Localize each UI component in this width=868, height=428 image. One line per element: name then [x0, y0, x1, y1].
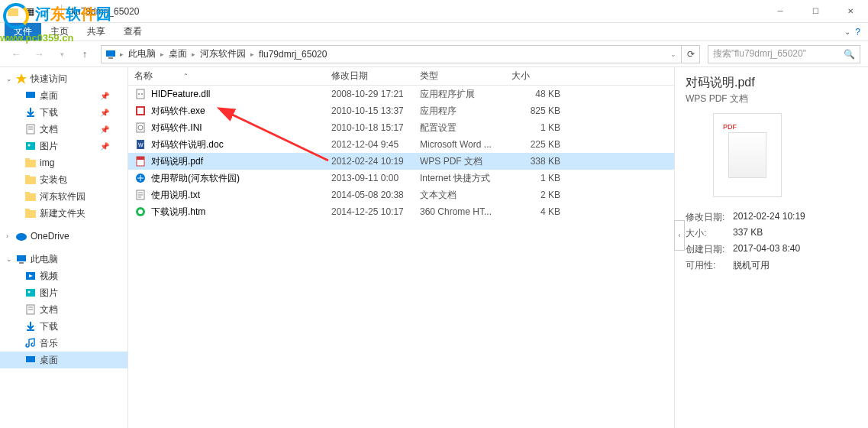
pc-icon — [105, 48, 117, 60]
qat-dropdown-icon[interactable]: ▾ — [40, 5, 53, 18]
file-icon — [134, 105, 147, 117]
file-type: Microsoft Word ... — [414, 139, 505, 150]
svg-rect-2 — [106, 50, 115, 57]
tree-item[interactable]: 新建文件夹 — [0, 205, 127, 222]
properties-icon[interactable]: ▦ — [23, 5, 37, 18]
preview-thumbnail: PDF — [713, 113, 782, 197]
file-list: 名称⌃ 修改日期 类型 大小 HIDFeature.dll 2008-10-29… — [128, 67, 674, 428]
forward-button[interactable]: → — [31, 46, 47, 63]
maximize-button[interactable]: ☐ — [798, 0, 833, 23]
close-button[interactable]: ✕ — [833, 0, 868, 23]
file-row[interactable]: W对码软件说明.doc 2012-12-04 9:45 Microsoft Wo… — [128, 136, 674, 153]
preview-property: 创建日期:2017-04-03 8:40 — [686, 243, 857, 256]
svg-point-31 — [138, 93, 140, 95]
column-type[interactable]: 类型 — [414, 67, 505, 85]
preview-property: 修改日期:2012-02-24 10:19 — [686, 211, 857, 224]
tab-file[interactable]: 文件 — [5, 23, 41, 41]
help-icon[interactable]: ? — [855, 27, 860, 37]
back-button[interactable]: ← — [8, 46, 24, 63]
file-size: 825 KB — [505, 105, 566, 116]
svg-rect-9 — [26, 142, 35, 150]
svg-text:W: W — [138, 142, 144, 148]
svg-rect-40 — [137, 157, 144, 160]
svg-rect-12 — [25, 158, 30, 160]
tree-item[interactable]: img — [0, 154, 127, 171]
column-name[interactable]: 名称⌃ — [128, 67, 325, 85]
file-size: 1 KB — [505, 173, 566, 183]
item-icon — [24, 89, 37, 102]
tab-view[interactable]: 查看 — [115, 23, 151, 41]
tree-item[interactable]: 文档 — [0, 301, 127, 318]
file-name: HIDFeature.dll — [151, 89, 210, 99]
file-size: 2 KB — [505, 190, 566, 200]
tree-item[interactable]: 图片 — [0, 284, 127, 301]
pin-icon: 📌 — [100, 125, 109, 134]
history-dropdown-icon[interactable]: ▾ — [53, 46, 70, 63]
column-headers: 名称⌃ 修改日期 类型 大小 — [128, 67, 674, 86]
tree-item[interactable]: 安装包 — [0, 171, 127, 188]
up-button[interactable]: ↑ — [76, 46, 93, 63]
breadcrumb-item[interactable]: 此电脑 — [125, 47, 159, 60]
column-date[interactable]: 修改日期 — [325, 67, 414, 85]
breadcrumb-item[interactable]: 河东软件园 — [197, 47, 249, 60]
item-icon — [24, 337, 37, 349]
file-size: 48 KB — [505, 89, 566, 99]
file-date: 2013-09-11 0:00 — [325, 173, 414, 183]
refresh-button[interactable]: ⟳ — [682, 45, 700, 63]
svg-rect-20 — [17, 255, 26, 261]
tab-share[interactable]: 共享 — [78, 23, 115, 41]
file-row[interactable]: 使用说明.txt 2014-05-08 20:38 文本文档 2 KB — [128, 186, 674, 203]
file-row[interactable]: 下载说明.htm 2014-12-25 10:17 360 Chrome HT.… — [128, 203, 674, 220]
addressbar: ← → ▾ ↑ ▸ 此电脑 ▸ 桌面 ▸ 河东软件园 ▸ flu79dmrj_6… — [0, 41, 868, 67]
collapse-preview-button[interactable]: ‹ — [674, 220, 685, 251]
file-icon — [134, 122, 147, 134]
file-row[interactable]: 使用帮助(河东软件园) 2013-09-11 0:00 Internet 快捷方… — [128, 170, 674, 186]
folder-icon — [6, 5, 20, 18]
item-icon — [24, 354, 37, 366]
svg-rect-29 — [26, 356, 35, 362]
preview-filename: 对码说明.pdf — [686, 75, 857, 91]
svg-rect-1 — [8, 8, 18, 16]
search-input[interactable]: 搜索"flu79dmrj_65020" 🔍 — [708, 45, 860, 63]
tree-item[interactable]: 桌面📌 — [0, 87, 127, 104]
pin-icon: 📌 — [100, 92, 109, 100]
minimize-button[interactable]: ─ — [763, 0, 798, 23]
file-date: 2012-12-04 9:45 — [325, 139, 414, 150]
svg-rect-24 — [26, 289, 35, 297]
tree-item[interactable]: 图片📌 — [0, 138, 127, 154]
svg-point-25 — [28, 291, 31, 293]
tree-item[interactable]: 下载📌 — [0, 104, 127, 121]
tree-item[interactable]: 视频 — [0, 268, 127, 284]
file-row[interactable]: 对码软件.exe 2010-10-15 13:37 应用程序 825 KB — [128, 102, 674, 119]
file-row[interactable]: HIDFeature.dll 2008-10-29 17:21 应用程序扩展 4… — [128, 86, 674, 102]
svg-rect-14 — [25, 175, 30, 177]
tree-item[interactable]: 桌面 — [0, 352, 127, 368]
file-size: 4 KB — [505, 206, 566, 217]
preview-property: 大小:337 KB — [686, 227, 857, 240]
tree-item[interactable]: 下载 — [0, 318, 127, 335]
svg-point-32 — [141, 93, 143, 95]
ribbon-expand-icon[interactable]: ⌄ — [844, 28, 850, 36]
tree-quick-access[interactable]: ⌄ 快速访问 — [0, 70, 127, 87]
tree-onedrive[interactable]: › OneDrive — [0, 228, 127, 245]
tree-item[interactable]: 河东软件园 — [0, 188, 127, 205]
file-type: 文本文档 — [414, 189, 505, 202]
breadcrumb-item[interactable]: flu79dmrj_65020 — [256, 49, 330, 60]
tree-item[interactable]: 音乐 — [0, 335, 127, 352]
tree-this-pc[interactable]: ⌄ 此电脑 — [0, 251, 127, 268]
svg-rect-11 — [25, 160, 36, 167]
svg-rect-18 — [25, 209, 30, 211]
column-size[interactable]: 大小 — [505, 67, 566, 85]
svg-rect-17 — [25, 210, 36, 218]
tab-home[interactable]: 主页 — [41, 23, 78, 41]
svg-rect-16 — [25, 192, 30, 194]
breadcrumb[interactable]: ▸ 此电脑 ▸ 桌面 ▸ 河东软件园 ▸ flu79dmrj_65020 ⌄ — [101, 45, 682, 63]
item-icon — [24, 123, 37, 135]
file-row[interactable]: 对码软件.INI 2010-10-18 15:17 配置设置 1 KB — [128, 119, 674, 136]
search-icon: 🔍 — [844, 49, 855, 60]
window-title: flu79dmrj_65020 — [71, 6, 139, 17]
svg-point-47 — [138, 209, 143, 214]
tree-item[interactable]: 文档📌 — [0, 121, 127, 138]
file-row[interactable]: 对码说明.pdf 2012-02-24 10:19 WPS PDF 文档 338… — [128, 153, 674, 170]
breadcrumb-item[interactable]: 桌面 — [166, 47, 190, 60]
